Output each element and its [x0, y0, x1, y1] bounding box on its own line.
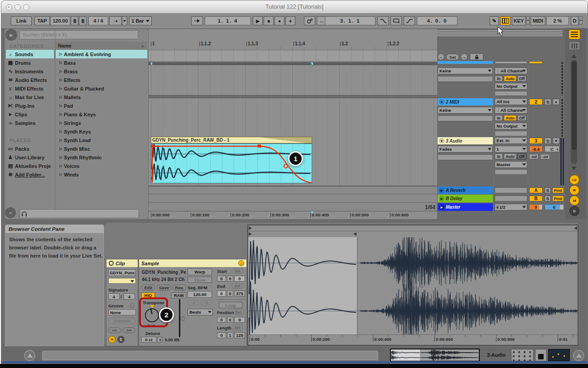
sample-end-marker[interactable]	[574, 226, 577, 230]
reverse-button[interactable]: Rev.	[173, 284, 186, 291]
expand-triangle-icon[interactable]: ▷	[56, 164, 64, 168]
next-clip-button[interactable]: >>	[123, 327, 135, 333]
insert-marker[interactable]	[311, 62, 313, 65]
expand-triangle-icon[interactable]: ▷	[56, 147, 64, 151]
solo-button[interactable]: S	[545, 99, 551, 105]
disk-overload-button[interactable]: D	[571, 16, 578, 25]
midi-from-select[interactable]: Keine	[438, 67, 493, 74]
warp-mode-select[interactable]: Beats	[188, 309, 213, 315]
set-position-button[interactable]: Set	[232, 309, 244, 315]
time-signature-display[interactable]: 4 / 4	[88, 16, 108, 25]
set-locator-button[interactable]: Set	[446, 54, 459, 60]
detune-stepper[interactable]	[157, 337, 162, 343]
monitor-off[interactable]: Off	[517, 76, 526, 81]
unfold-track-icon[interactable]: ▶	[439, 188, 444, 193]
arm-button[interactable]: ●	[553, 138, 559, 144]
expand-triangle-icon[interactable]: ▷	[56, 52, 64, 56]
track-header-1-midi[interactable]: Keine ⋮All Channe In Auto Off No Output	[438, 61, 565, 96]
monitor-switch[interactable]: In Auto Off	[495, 76, 526, 81]
edit-button[interactable]: Edit	[141, 284, 155, 291]
track-title[interactable]: ▶Master	[438, 203, 493, 211]
position-field[interactable]: 0	[227, 317, 233, 323]
groove-pool-icon[interactable]	[130, 303, 135, 308]
sidebar-item-packs[interactable]: ▭Packs	[6, 144, 54, 153]
list-item[interactable]: ▷Voices	[56, 162, 147, 170]
loop-marker-strip[interactable]	[149, 62, 437, 65]
output-select[interactable]: No Output	[495, 123, 527, 129]
clip-activator-icon[interactable]	[109, 261, 114, 266]
monitor-switch[interactable]: In Auto Off	[495, 115, 526, 121]
prev-locator-button[interactable]: ←	[438, 53, 444, 60]
length-field[interactable]: 125	[234, 332, 245, 338]
loop-toggle-button[interactable]: Loop	[219, 302, 242, 308]
vertical-scrollbar[interactable]	[571, 60, 577, 164]
metronome-button[interactable]: ○●	[109, 16, 122, 25]
monitor-off[interactable]: Off	[517, 115, 526, 121]
automation-breakpoint[interactable]	[151, 144, 154, 148]
sample-tab-button[interactable]: ≋	[108, 336, 116, 343]
groove-select[interactable]: None	[108, 309, 136, 315]
start-field[interactable]: 0	[227, 276, 233, 282]
scrollbar-thumb[interactable]	[572, 61, 577, 150]
end-field[interactable]: 0	[217, 291, 226, 296]
follow-button[interactable]	[191, 16, 203, 25]
midi-channel-select[interactable]: ⋮All Channe	[495, 107, 527, 114]
sample-start-marker[interactable]	[249, 226, 252, 230]
track-activator[interactable]: B	[529, 196, 543, 201]
double-tempo-button[interactable]: *2	[201, 300, 212, 306]
track-activator[interactable]: 2	[529, 99, 543, 105]
next-locator-button[interactable]: →	[461, 53, 468, 60]
slave-button[interactable]: Slave	[188, 277, 212, 283]
list-item[interactable]: ▷Brass	[56, 67, 147, 76]
nudge-up-button[interactable]: ||||	[79, 16, 87, 25]
computer-midi-keyboard-button[interactable]	[500, 16, 511, 25]
automation-breakpoint[interactable]	[284, 164, 288, 168]
mixer-section-toggle[interactable]: M	[569, 196, 579, 206]
tap-tempo-button[interactable]: TAP	[34, 16, 50, 25]
track-activator[interactable]: 3	[529, 138, 543, 144]
pre-post-toggle[interactable]: Post	[552, 187, 564, 193]
loop-marker-strip[interactable]	[248, 232, 578, 237]
solo-button[interactable]: S	[545, 187, 551, 193]
seg-bpm-field[interactable]: 120.00	[188, 291, 212, 298]
clip-box-header[interactable]: Clip	[106, 259, 138, 267]
expand-triangle-icon[interactable]: ▷	[56, 121, 64, 125]
position-field[interactable]: 0	[217, 317, 226, 323]
list-item[interactable]: ▷Strings	[56, 119, 147, 127]
return-lane-a[interactable]	[149, 186, 437, 194]
device-spectrum-mini[interactable]	[548, 349, 570, 361]
monitor-switch[interactable]: In Auto Off	[495, 153, 526, 159]
quantization-menu[interactable]: 1 Bar	[129, 16, 152, 25]
fold-track-icon[interactable]: ▼	[439, 99, 444, 105]
position-field[interactable]: 0	[234, 317, 245, 323]
scrub-area[interactable]	[149, 50, 437, 62]
monitor-off[interactable]: Off	[517, 153, 526, 159]
midi-channel-select[interactable]: ⋮All Channe	[495, 67, 527, 74]
peak-level-left[interactable]: -inf	[529, 154, 539, 159]
return-track-a[interactable]: ▶A Reverb A S Post	[438, 186, 565, 194]
pre-post-toggle[interactable]: Post	[552, 196, 564, 201]
list-item[interactable]: ▷Piano & Keys	[56, 110, 147, 119]
preview-bar[interactable]	[19, 209, 139, 218]
master-lane[interactable]: 1/64	[149, 203, 437, 211]
warp-button[interactable]: Warp	[188, 268, 212, 275]
list-item[interactable]: ▷Pad	[56, 101, 147, 110]
device-chain-mini-knobs[interactable]	[511, 349, 534, 361]
clip-name-field[interactable]: GDYN_Punc	[108, 269, 136, 276]
monitor-auto[interactable]: Auto	[504, 76, 516, 81]
clip-fade-handle[interactable]	[259, 137, 312, 143]
output-select[interactable]: Master	[495, 161, 527, 168]
name-column-header[interactable]: Name ▲	[55, 42, 147, 50]
groove-pool-button[interactable]: ≈	[5, 207, 16, 218]
show-info-view-button[interactable]	[24, 350, 35, 361]
return-track-b[interactable]: ▶B Delay B S Post	[438, 195, 565, 203]
signature-denominator-field[interactable]: 4	[124, 293, 135, 300]
input-channel-select[interactable]: 1	[495, 146, 527, 153]
set-end-button[interactable]: Set	[231, 283, 243, 289]
waveform-display[interactable]	[248, 237, 578, 335]
sidebar-item-user-library[interactable]: ♟User-Library	[6, 153, 54, 162]
list-item[interactable]: ▷Bass	[56, 58, 147, 67]
punch-out-button[interactable]	[404, 16, 415, 25]
return-lane-b[interactable]	[149, 194, 437, 203]
expand-triangle-icon[interactable]: ▷	[56, 104, 64, 108]
